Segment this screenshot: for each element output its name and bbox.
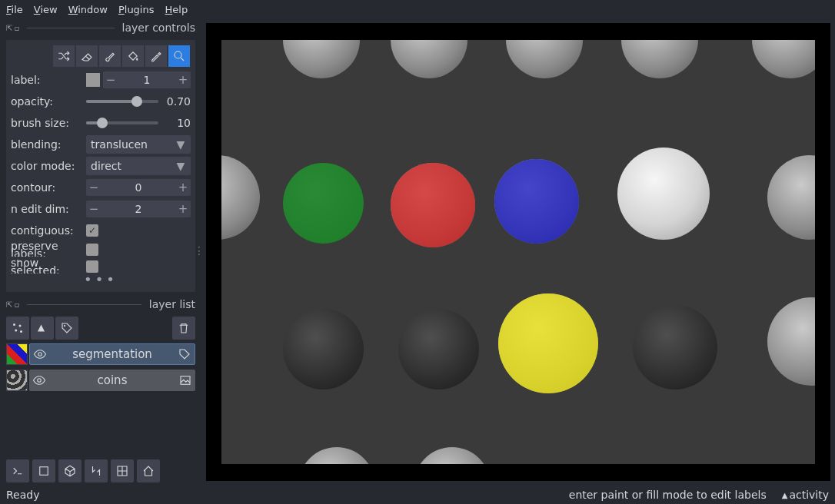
contour-decrement[interactable]: − — [86, 182, 101, 194]
close-panel-icon[interactable]: ▫ — [14, 300, 19, 309]
status-left: Ready — [6, 489, 39, 501]
delete-layer-button[interactable] — [172, 317, 195, 340]
svg-point-3 — [15, 330, 17, 332]
n-edit-dim-label: n edit dim: — [11, 203, 82, 215]
nedit-decrement[interactable]: − — [86, 204, 101, 215]
svg-point-6 — [38, 353, 42, 356]
expand-controls-button[interactable]: ••• — [11, 277, 191, 287]
chevron-down-icon: ▼ — [175, 161, 186, 171]
canvas-area — [201, 18, 835, 486]
svg-point-5 — [64, 325, 65, 327]
layer-name[interactable]: segmentation — [53, 347, 171, 361]
image-scene — [221, 40, 815, 464]
eraser-button[interactable] — [75, 45, 98, 68]
visibility-icon[interactable] — [33, 347, 47, 361]
layer-list-title: layer list — [149, 298, 195, 310]
transpose-icon — [89, 464, 103, 478]
contiguous-checkbox[interactable] — [86, 224, 98, 237]
new-points-layer-button[interactable] — [6, 317, 29, 340]
label-decrement[interactable]: − — [103, 75, 118, 86]
svg-point-4 — [20, 330, 22, 333]
left-panel: ⇱ ▫ layer controls — [0, 18, 201, 486]
n-edit-dim-spinbox[interactable]: − 2 + — [86, 201, 191, 217]
status-bar: Ready enter paint or fill mode to edit l… — [0, 486, 835, 504]
opacity-slider[interactable] — [86, 100, 158, 103]
console-button[interactable] — [6, 459, 29, 482]
svg-rect-9 — [40, 467, 48, 476]
nedit-value[interactable]: 2 — [101, 203, 175, 215]
label-value[interactable]: 1 — [118, 74, 175, 86]
svg-point-0 — [175, 51, 181, 58]
trash-icon — [177, 321, 191, 335]
panel-resize-handle[interactable]: ⋮ — [194, 249, 205, 252]
visibility-icon[interactable] — [32, 373, 46, 387]
contiguous-label: contiguous: — [11, 224, 82, 237]
nedit-increment[interactable]: + — [175, 204, 191, 215]
layer-item-coins[interactable]: coins — [6, 369, 195, 392]
menu-help[interactable]: Help — [165, 4, 188, 15]
grid-button[interactable] — [111, 459, 134, 482]
show-selected-label: show selected: — [11, 260, 82, 274]
menu-view[interactable]: View — [34, 4, 58, 15]
paintbrush-button[interactable] — [98, 45, 121, 68]
blending-combo[interactable]: translucen ▼ — [86, 135, 191, 154]
brush-size-value: 10 — [163, 117, 191, 129]
segment-2 — [391, 163, 475, 247]
status-message: enter paint or fill mode to edit labels — [39, 489, 781, 501]
opacity-value: 0.70 — [163, 95, 191, 108]
svg-rect-8 — [181, 376, 190, 385]
transpose-button[interactable] — [85, 459, 108, 482]
close-panel-icon[interactable]: ▫ — [14, 24, 19, 32]
viewer-buttons — [6, 459, 160, 482]
chevron-down-icon: ▼ — [175, 139, 186, 150]
menu-plugins[interactable]: Plugins — [118, 4, 155, 15]
color-mode-combo[interactable]: direct ▼ — [86, 157, 191, 175]
contour-value[interactable]: 0 — [101, 181, 175, 194]
layer-list-header: ⇱ ▫ layer list — [6, 295, 195, 313]
label-label: label: — [11, 74, 82, 86]
tag-icon — [60, 321, 74, 335]
layer-name[interactable]: coins — [52, 373, 172, 387]
grid-icon — [115, 464, 129, 478]
console-icon — [11, 464, 25, 478]
home-button[interactable] — [137, 459, 160, 482]
menu-bar: File View Window Plugins Help — [0, 0, 835, 18]
points-icon — [11, 321, 25, 335]
undock-icon[interactable]: ⇱ — [6, 24, 12, 32]
paintbrush-icon — [103, 49, 117, 63]
color-picker-button[interactable] — [145, 45, 168, 68]
pan-zoom-button[interactable] — [168, 45, 191, 68]
paint-bucket-icon — [126, 49, 140, 63]
menu-file[interactable]: File — [6, 4, 23, 15]
menu-window[interactable]: Window — [68, 4, 108, 15]
undock-icon[interactable]: ⇱ — [6, 300, 12, 309]
blending-label: blending: — [11, 138, 82, 151]
preserve-labels-checkbox[interactable] — [86, 244, 98, 256]
svg-point-1 — [13, 323, 15, 326]
image-type-icon — [178, 373, 192, 387]
brush-size-slider[interactable] — [86, 121, 158, 124]
home-icon — [141, 464, 155, 478]
svg-point-7 — [38, 379, 42, 383]
paint-bucket-button[interactable] — [121, 45, 145, 68]
new-shapes-layer-button[interactable] — [31, 317, 54, 340]
cube-icon — [63, 464, 77, 478]
layer-controls-title: layer controls — [122, 22, 195, 34]
roll-dims-button[interactable] — [58, 459, 82, 482]
segment-3 — [494, 159, 579, 244]
new-labels-layer-button[interactable] — [55, 317, 78, 340]
opacity-label: opacity: — [11, 95, 82, 108]
eraser-icon — [80, 49, 94, 63]
label-color-swatch[interactable] — [86, 73, 100, 87]
canvas[interactable] — [206, 23, 830, 481]
svg-point-2 — [19, 325, 22, 327]
contour-increment[interactable]: + — [175, 182, 191, 194]
ndisplay-button[interactable] — [32, 459, 55, 482]
segment-4 — [498, 293, 598, 393]
shuffle-colors-button[interactable] — [52, 45, 75, 68]
layer-item-segmentation[interactable]: segmentation — [6, 343, 195, 366]
label-increment[interactable]: + — [175, 75, 191, 86]
activity-button[interactable]: ▲ activity — [782, 489, 829, 501]
contour-spinbox[interactable]: − 0 + — [86, 179, 191, 196]
label-spinbox[interactable]: − 1 + — [103, 71, 191, 88]
